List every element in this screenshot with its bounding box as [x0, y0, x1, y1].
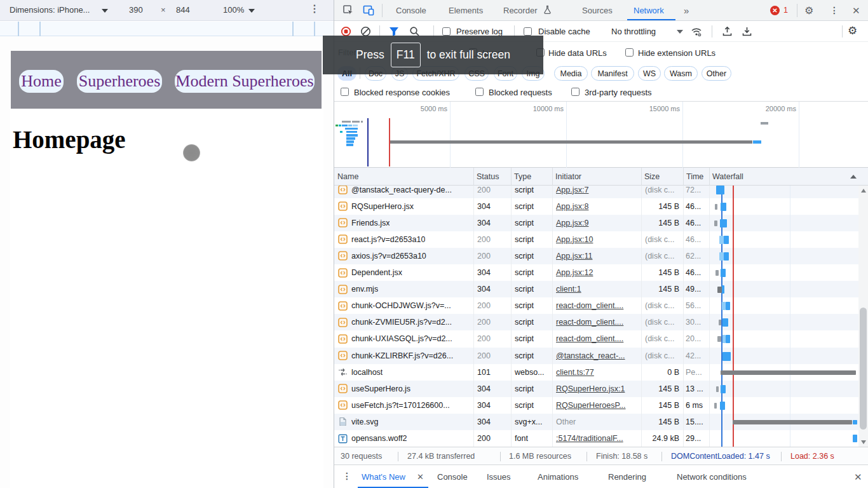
network-conditions-icon[interactable]: [691, 26, 702, 37]
scroll-up-arrow[interactable]: [858, 186, 868, 195]
initiator-link[interactable]: App.jsx:9: [556, 219, 588, 227]
nav-link-modern-superheroes[interactable]: Modern Superheroes: [175, 70, 315, 93]
filter-pill-wasm[interactable]: Wasm: [664, 66, 698, 81]
table-row[interactable]: opensans.woff2200font:5174/traditionalF.…: [334, 430, 859, 447]
device-zoom-select[interactable]: 100%: [223, 5, 244, 15]
more-tabs-button[interactable]: »: [684, 0, 689, 20]
device-height-input[interactable]: 844: [176, 5, 190, 15]
table-row[interactable]: chunk-OCHDJWGW.js?v=...200scriptreact-do…: [334, 297, 859, 314]
drawer-close-button[interactable]: ✕: [854, 471, 862, 483]
column-header-size[interactable]: Size: [641, 168, 683, 185]
table-row[interactable]: chunk-KZLIRBKF.js?v=d26...200script@tans…: [334, 348, 859, 364]
nav-link-home[interactable]: Home: [19, 70, 64, 93]
cell-initiator: client.ts:77: [552, 364, 641, 381]
drawer-tab-rendering[interactable]: Rendering: [608, 465, 646, 488]
initiator-link[interactable]: react-dom_client....: [556, 318, 623, 327]
drawer-tab-what-s-new[interactable]: What's New: [362, 465, 405, 488]
column-header-waterfall[interactable]: Waterfall: [709, 168, 859, 185]
tab-network[interactable]: Network: [634, 0, 664, 20]
table-row[interactable]: chunk-ZVMIEU5R.js?v=d2...200scriptreact-…: [334, 314, 859, 330]
blocked-checkbox-0[interactable]: [341, 88, 349, 96]
initiator-link[interactable]: react-dom_client....: [556, 334, 623, 343]
preserve-log-label[interactable]: Preserve log: [456, 27, 503, 36]
table-row[interactable]: RQSuperHero.jsx304scriptApp.jsx:8145 B46…: [334, 198, 859, 215]
tab-console[interactable]: Console: [396, 0, 426, 20]
disable-cache-checkbox[interactable]: [524, 27, 532, 36]
column-header-type[interactable]: Type: [511, 168, 552, 185]
blocked-checkbox-2[interactable]: [571, 88, 580, 96]
table-row[interactable]: localhost101webso...client.ts:770 BPe...: [334, 364, 859, 381]
scroll-down-arrow[interactable]: [858, 437, 868, 447]
column-header-status[interactable]: Status: [473, 168, 511, 185]
filter-pill-manifest[interactable]: Manifest: [591, 66, 634, 81]
disable-cache-label[interactable]: Disable cache: [538, 27, 590, 36]
inspect-element-icon[interactable]: [342, 4, 354, 16]
drawer-tab-network-conditions[interactable]: Network conditions: [677, 465, 747, 488]
cell-type: font: [511, 430, 552, 447]
throttling-select[interactable]: No throttling: [611, 27, 656, 36]
error-count[interactable]: 1: [783, 6, 788, 15]
overview-bar: [345, 128, 358, 130]
table-row[interactable]: env.mjs304scriptclient:1145 B49...: [334, 281, 859, 297]
filter-pill-other[interactable]: Other: [702, 66, 731, 81]
network-overview[interactable]: 5000 ms10000 ms15000 ms20000 ms: [334, 102, 868, 168]
initiator-link[interactable]: App.jsx:12: [556, 268, 593, 277]
table-row[interactable]: chunk-UXIASGQL.js?v=d2...200scriptreact-…: [334, 330, 859, 347]
blocked-label-2[interactable]: 3rd-party requests: [585, 88, 652, 97]
devtools-menu-button[interactable]: ⋮: [830, 5, 839, 15]
initiator-link[interactable]: App.jsx:10: [556, 235, 593, 244]
drawer-tab-animations[interactable]: Animations: [538, 465, 578, 488]
hide-extension-urls-label[interactable]: Hide extension URLs: [638, 48, 715, 58]
initiator-link[interactable]: App.jsx:11: [556, 252, 592, 261]
blocked-label-0[interactable]: Blocked response cookies: [354, 88, 450, 97]
device-toolbar-menu-button[interactable]: ⋮: [309, 3, 320, 15]
table-scrollbar[interactable]: [858, 186, 868, 447]
network-settings-gear-icon[interactable]: ⚙: [848, 24, 857, 37]
hide-extension-urls-checkbox[interactable]: [625, 48, 634, 57]
initiator-link[interactable]: RQSuperHero.jsx:1: [556, 384, 625, 393]
table-row[interactable]: react.js?v=d2653a10200scriptApp.jsx:10(d…: [334, 231, 859, 248]
initiator-link[interactable]: client:1: [556, 285, 581, 294]
blocked-label-1[interactable]: Blocked requests: [489, 88, 552, 97]
device-toggle-icon[interactable]: [363, 4, 374, 16]
devtools-close-button[interactable]: ✕: [852, 5, 860, 17]
initiator-link[interactable]: react-dom_client....: [556, 301, 623, 310]
filter-pill-media[interactable]: Media: [554, 66, 588, 81]
drawer-tab-close-icon[interactable]: ✕: [417, 472, 424, 482]
settings-gear-icon[interactable]: ⚙: [804, 4, 813, 17]
column-header-time[interactable]: Time: [683, 168, 709, 185]
tab-elements[interactable]: Elements: [449, 0, 483, 20]
hide-data-urls-label[interactable]: Hide data URLs: [548, 48, 607, 58]
drawer-tab-console[interactable]: Console: [437, 465, 468, 488]
preserve-log-checkbox[interactable]: [442, 27, 451, 36]
table-row[interactable]: @tanstack_react-query-de...200scriptApp.…: [334, 186, 859, 198]
initiator-link[interactable]: RQSuperHeroesP...: [556, 401, 626, 410]
drawer-tab-issues[interactable]: Issues: [487, 465, 511, 488]
tab-sources[interactable]: Sources: [582, 0, 613, 20]
error-badge-icon[interactable]: ✕: [770, 6, 780, 15]
export-har-icon[interactable]: [742, 26, 753, 37]
import-har-icon[interactable]: [722, 26, 733, 37]
table-row[interactable]: vite.svg304svg+x...Other145 B15....: [334, 414, 859, 430]
table-row[interactable]: axios.js?v=d2653a10200scriptApp.jsx:11(d…: [334, 248, 859, 264]
table-row[interactable]: Friends.jsx304scriptApp.jsx:9145 B46...: [334, 215, 859, 231]
device-width-input[interactable]: 390: [129, 5, 143, 15]
device-dimensions-select[interactable]: Dimensions: iPhone...: [10, 5, 90, 15]
column-header-initiator[interactable]: Initiator: [552, 168, 641, 185]
initiator-link[interactable]: @tanstack_react-...: [556, 351, 625, 360]
tab-recorder[interactable]: Recorder: [503, 0, 537, 20]
initiator-link[interactable]: App.jsx:8: [556, 202, 588, 211]
waterfall-bar: [722, 352, 731, 361]
nav-link-superheroes[interactable]: Superheroes: [77, 70, 162, 93]
column-header-name[interactable]: Name: [334, 168, 473, 185]
blocked-checkbox-1[interactable]: [475, 88, 484, 96]
initiator-link[interactable]: :5174/traditionalF...: [556, 434, 623, 443]
drawer-menu-button[interactable]: ⋮: [342, 471, 351, 481]
table-row[interactable]: Dependent.jsx304scriptApp.jsx:12145 B46.…: [334, 264, 859, 281]
table-row[interactable]: useFetch.js?t=170126600...304scriptRQSup…: [334, 397, 859, 414]
table-row[interactable]: useSuperHero.js304scriptRQSuperHero.jsx:…: [334, 381, 859, 397]
initiator-link[interactable]: App.jsx:7: [556, 186, 588, 194]
scrollbar-thumb[interactable]: [860, 308, 867, 430]
filter-pill-ws[interactable]: WS: [638, 66, 661, 81]
initiator-link[interactable]: client.ts:77: [556, 368, 594, 377]
